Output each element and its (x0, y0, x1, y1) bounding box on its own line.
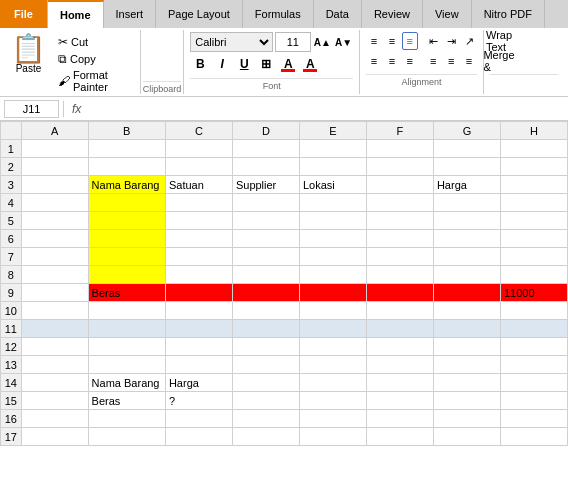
cell-6-1[interactable] (88, 230, 165, 248)
cell-12-2[interactable] (165, 338, 232, 356)
cell-16-3[interactable] (232, 410, 299, 428)
merge-cells-button[interactable]: Merge & (490, 52, 508, 70)
row-header-3[interactable]: 3 (1, 176, 22, 194)
row-header-4[interactable]: 4 (1, 194, 22, 212)
cell-6-5[interactable] (366, 230, 433, 248)
cell-10-5[interactable] (366, 302, 433, 320)
cell-2-5[interactable] (366, 158, 433, 176)
border-button[interactable]: ⊞ (256, 54, 276, 74)
cell-1-2[interactable] (165, 140, 232, 158)
cell-11-5[interactable] (366, 320, 433, 338)
cell-2-3[interactable] (232, 158, 299, 176)
cell-1-7[interactable] (500, 140, 567, 158)
cell-4-2[interactable] (165, 194, 232, 212)
cell-5-5[interactable] (366, 212, 433, 230)
cell-17-1[interactable] (88, 428, 165, 446)
cell-9-1[interactable]: Beras (88, 284, 165, 302)
row-header-6[interactable]: 6 (1, 230, 22, 248)
cell-13-0[interactable] (21, 356, 88, 374)
col-header-c[interactable]: C (165, 122, 232, 140)
align-bottom-center-button[interactable]: ≡ (443, 52, 459, 70)
cell-4-0[interactable] (21, 194, 88, 212)
cell-16-5[interactable] (366, 410, 433, 428)
cell-10-1[interactable] (88, 302, 165, 320)
cell-13-4[interactable] (299, 356, 366, 374)
cell-17-5[interactable] (366, 428, 433, 446)
cell-12-0[interactable] (21, 338, 88, 356)
cell-15-3[interactable] (232, 392, 299, 410)
cell-17-0[interactable] (21, 428, 88, 446)
cell-10-0[interactable] (21, 302, 88, 320)
cell-8-7[interactable] (500, 266, 567, 284)
cell-17-7[interactable] (500, 428, 567, 446)
cell-14-4[interactable] (299, 374, 366, 392)
cell-11-1[interactable] (88, 320, 165, 338)
cell-15-0[interactable] (21, 392, 88, 410)
cell-12-6[interactable] (433, 338, 500, 356)
cell-3-3[interactable]: Supplier (232, 176, 299, 194)
row-header-10[interactable]: 10 (1, 302, 22, 320)
cell-5-4[interactable] (299, 212, 366, 230)
cell-15-1[interactable]: Beras (88, 392, 165, 410)
cell-7-7[interactable] (500, 248, 567, 266)
cell-3-4[interactable]: Lokasi (299, 176, 366, 194)
cell-10-7[interactable] (500, 302, 567, 320)
tab-file[interactable]: File (0, 0, 48, 28)
cell-12-4[interactable] (299, 338, 366, 356)
underline-button[interactable]: U (234, 54, 254, 74)
tab-view[interactable]: View (423, 0, 472, 28)
cell-4-4[interactable] (299, 194, 366, 212)
cell-6-3[interactable] (232, 230, 299, 248)
cell-1-6[interactable] (433, 140, 500, 158)
cell-2-7[interactable] (500, 158, 567, 176)
tab-nitro[interactable]: Nitro PDF (472, 0, 545, 28)
cell-3-6[interactable]: Harga (433, 176, 500, 194)
cell-10-2[interactable] (165, 302, 232, 320)
cell-3-7[interactable] (500, 176, 567, 194)
cell-16-6[interactable] (433, 410, 500, 428)
cell-8-1[interactable] (88, 266, 165, 284)
tab-data[interactable]: Data (314, 0, 362, 28)
cell-5-0[interactable] (21, 212, 88, 230)
cell-3-1[interactable]: Nama Barang (88, 176, 165, 194)
row-header-8[interactable]: 8 (1, 266, 22, 284)
cell-8-5[interactable] (366, 266, 433, 284)
cell-9-6[interactable] (433, 284, 500, 302)
cell-15-2[interactable]: ? (165, 392, 232, 410)
cell-7-3[interactable] (232, 248, 299, 266)
cell-5-3[interactable] (232, 212, 299, 230)
cell-17-2[interactable] (165, 428, 232, 446)
cell-2-4[interactable] (299, 158, 366, 176)
cell-16-7[interactable] (500, 410, 567, 428)
cell-13-1[interactable] (88, 356, 165, 374)
cell-5-1[interactable] (88, 212, 165, 230)
cell-2-2[interactable] (165, 158, 232, 176)
cell-5-2[interactable] (165, 212, 232, 230)
col-header-d[interactable]: D (232, 122, 299, 140)
align-top-center-button[interactable]: ≡ (384, 32, 400, 50)
cell-6-0[interactable] (21, 230, 88, 248)
row-header-13[interactable]: 13 (1, 356, 22, 374)
cell-15-4[interactable] (299, 392, 366, 410)
cell-15-5[interactable] (366, 392, 433, 410)
row-header-11[interactable]: 11 (1, 320, 22, 338)
row-header-15[interactable]: 15 (1, 392, 22, 410)
cell-16-2[interactable] (165, 410, 232, 428)
cell-11-2[interactable] (165, 320, 232, 338)
col-header-b[interactable]: B (88, 122, 165, 140)
cell-15-7[interactable] (500, 392, 567, 410)
cell-7-4[interactable] (299, 248, 366, 266)
cell-4-6[interactable] (433, 194, 500, 212)
row-header-17[interactable]: 17 (1, 428, 22, 446)
row-header-9[interactable]: 9 (1, 284, 22, 302)
cell-15-6[interactable] (433, 392, 500, 410)
cell-14-0[interactable] (21, 374, 88, 392)
cell-8-6[interactable] (433, 266, 500, 284)
cell-5-7[interactable] (500, 212, 567, 230)
font-size-decrease-button[interactable]: A▼ (334, 32, 353, 52)
cell-11-7[interactable] (500, 320, 567, 338)
row-header-1[interactable]: 1 (1, 140, 22, 158)
cell-10-6[interactable] (433, 302, 500, 320)
align-top-left-button[interactable]: ≡ (366, 32, 382, 50)
cell-4-3[interactable] (232, 194, 299, 212)
